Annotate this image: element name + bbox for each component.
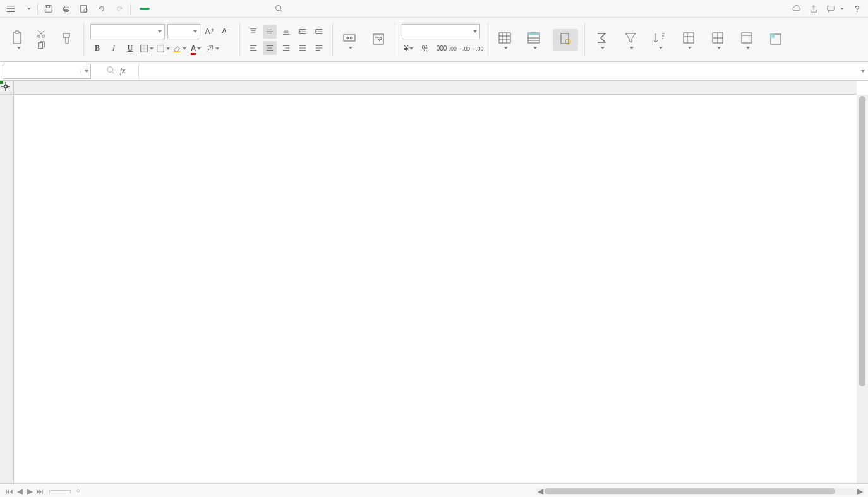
worksheet-button[interactable] [737, 30, 757, 49]
paste-button[interactable] [8, 30, 28, 49]
svg-rect-17 [157, 45, 164, 52]
tab-first-icon[interactable]: ⏮ [5, 487, 14, 496]
sort-icon [652, 30, 667, 45]
doc-helper-button[interactable] [553, 29, 578, 51]
tab-dev[interactable] [231, 8, 241, 10]
align-top-icon[interactable] [246, 25, 260, 39]
cut-button[interactable] [37, 30, 48, 39]
hscroll-thumb[interactable] [545, 488, 835, 494]
divider [130, 3, 131, 15]
chevron-down-icon [409, 47, 413, 50]
print-icon[interactable] [59, 2, 73, 16]
percent-icon[interactable]: % [418, 42, 432, 56]
decrease-decimal-icon[interactable]: .0→.00 [467, 42, 481, 56]
justify-icon[interactable] [296, 41, 310, 55]
sort-button[interactable] [649, 30, 670, 49]
cell-style-icon[interactable] [156, 42, 170, 56]
svg-rect-1 [47, 5, 50, 8]
align-right-icon[interactable] [279, 41, 293, 55]
search-btn[interactable] [270, 3, 290, 14]
fx-label-icon[interactable]: fx [120, 66, 126, 76]
currency-icon[interactable]: ¥ [402, 42, 416, 56]
sum-button[interactable] [591, 30, 612, 49]
tab-safety[interactable] [219, 8, 229, 10]
underline-icon[interactable]: U [123, 42, 137, 56]
align-bottom-icon[interactable] [279, 25, 293, 39]
sheet-tab[interactable] [49, 490, 71, 493]
chevron-down-icon [473, 30, 477, 33]
bold-icon[interactable]: B [90, 42, 104, 56]
increase-font-icon[interactable]: A⁺ [203, 25, 217, 39]
clear-format-icon[interactable] [205, 42, 219, 56]
divider [37, 3, 38, 15]
horizontal-scrollbar[interactable]: ◀ ▶ [536, 488, 864, 495]
wrap-button[interactable] [368, 32, 389, 48]
copy-button[interactable] [37, 41, 48, 50]
name-box-dropdown[interactable] [80, 70, 90, 73]
rowcol-button[interactable] [708, 30, 728, 49]
wrap-icon [371, 32, 386, 47]
tab-prev-icon[interactable]: ◀ [15, 487, 24, 496]
help-icon[interactable]: ? [850, 2, 864, 16]
hscroll-left-icon[interactable]: ◀ [536, 488, 545, 495]
align-middle-icon[interactable] [263, 25, 277, 39]
svg-point-6 [84, 9, 87, 12]
unsync-btn[interactable] [792, 4, 803, 13]
decrease-indent-icon[interactable] [296, 25, 310, 39]
distribute-icon[interactable] [312, 41, 326, 55]
formula-input[interactable] [143, 64, 857, 79]
tab-view[interactable] [208, 8, 218, 10]
tab-start[interactable] [140, 8, 150, 10]
menu-icon[interactable] [4, 2, 18, 16]
save-icon[interactable] [42, 2, 56, 16]
select-all-corner[interactable] [0, 81, 14, 95]
format-button[interactable] [678, 30, 699, 49]
border-icon[interactable] [140, 42, 154, 56]
decrease-font-icon[interactable]: A⁻ [219, 25, 233, 39]
font-name-select[interactable] [90, 24, 165, 39]
font-size-select[interactable] [167, 24, 200, 39]
undo-icon[interactable] [95, 2, 109, 16]
format-painter-button[interactable] [57, 32, 77, 48]
number-format-select[interactable] [402, 24, 480, 39]
fxbar-expand[interactable] [857, 70, 868, 73]
cond-format-button[interactable] [495, 30, 515, 49]
font-color-icon[interactable]: A [189, 42, 203, 56]
tab-review[interactable] [196, 8, 207, 10]
print-preview-icon[interactable] [77, 2, 91, 16]
name-box[interactable] [3, 64, 91, 79]
tab-dochelper[interactable] [253, 8, 263, 10]
vscroll-thumb[interactable] [859, 96, 865, 386]
tab-last-icon[interactable]: ⏭ [35, 487, 44, 496]
merge-button[interactable] [339, 30, 359, 49]
comma-icon[interactable]: 000 [435, 42, 449, 56]
tab-formula[interactable] [174, 8, 184, 10]
freeze-icon [768, 32, 783, 47]
tab-next-icon[interactable]: ▶ [25, 487, 34, 496]
table-style-button[interactable] [524, 30, 544, 49]
redo-icon[interactable] [112, 2, 126, 16]
fx-cancel-icon[interactable] [106, 66, 115, 76]
align-left-icon[interactable] [246, 41, 260, 55]
hscroll-right-icon[interactable]: ▶ [855, 488, 864, 495]
add-sheet-button[interactable]: + [71, 486, 85, 497]
share-btn[interactable] [809, 4, 820, 13]
vertical-scrollbar[interactable] [857, 95, 868, 483]
fill-color-icon[interactable] [172, 42, 186, 56]
tab-insert[interactable] [151, 8, 161, 10]
align-center-icon[interactable] [263, 41, 277, 55]
filter-button[interactable] [620, 30, 641, 49]
freeze-button[interactable] [766, 32, 786, 48]
increase-decimal-icon[interactable]: .00→.0 [451, 42, 465, 56]
increase-indent-icon[interactable] [312, 25, 326, 39]
svg-rect-10 [15, 31, 19, 33]
comment-btn[interactable] [826, 4, 844, 13]
svg-point-11 [38, 35, 40, 37]
file-menu[interactable] [21, 6, 33, 11]
worksheet-icon [739, 30, 754, 45]
svg-rect-3 [64, 6, 68, 8]
tab-data[interactable] [185, 8, 195, 10]
tab-layout[interactable] [162, 8, 172, 10]
tab-special[interactable] [242, 8, 252, 10]
italic-icon[interactable]: I [107, 42, 121, 56]
